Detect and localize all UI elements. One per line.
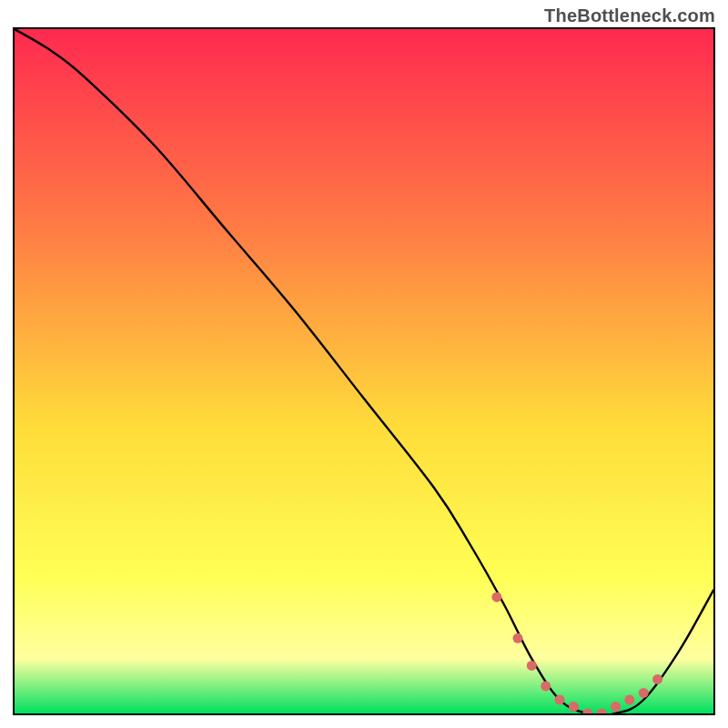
attribution-text: TheBottleneck.com	[544, 5, 715, 26]
chart-stage: TheBottleneck.com	[0, 0, 728, 728]
marker-dot	[611, 702, 621, 712]
marker-dot	[527, 661, 537, 671]
bg-gradient	[15, 29, 713, 713]
marker-dot	[555, 695, 565, 705]
marker-dot	[513, 633, 523, 643]
marker-dot	[541, 681, 551, 691]
plot-svg	[15, 29, 713, 713]
plot-box	[13, 27, 715, 715]
marker-dot	[639, 688, 649, 698]
marker-dot	[569, 702, 579, 712]
marker-dot	[491, 592, 501, 602]
marker-dot	[624, 695, 634, 705]
marker-dot	[652, 674, 662, 684]
